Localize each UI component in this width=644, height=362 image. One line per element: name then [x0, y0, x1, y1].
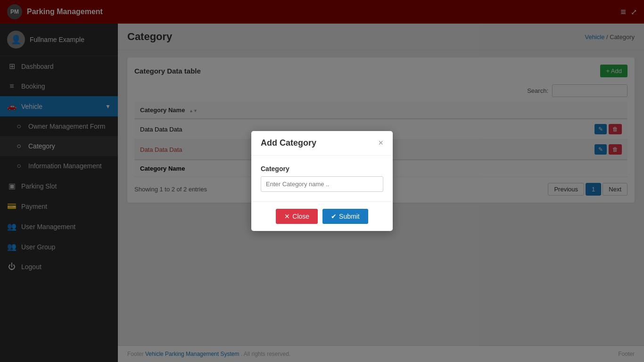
modal-title: Add Category: [261, 138, 316, 148]
modal-footer: ✕ Close ✔ Submit: [251, 201, 393, 231]
close-button-label: Close: [292, 213, 309, 220]
modal-body: Category: [251, 156, 393, 201]
modal-header: Add Category ×: [251, 131, 393, 156]
submit-check-icon: ✔: [331, 213, 337, 220]
modal-category-input[interactable]: [261, 176, 383, 192]
close-x-icon: ✕: [284, 213, 290, 220]
submit-button-label: Submit: [339, 213, 360, 220]
modal-field-label: Category: [261, 165, 383, 173]
modal-close-button[interactable]: ✕ Close: [276, 209, 318, 224]
add-category-modal: Add Category × Category ✕ Close ✔ Submit: [251, 131, 393, 231]
modal-overlay[interactable]: Add Category × Category ✕ Close ✔ Submit: [0, 0, 644, 362]
modal-submit-button[interactable]: ✔ Submit: [322, 209, 368, 224]
modal-close-x-button[interactable]: ×: [378, 138, 383, 148]
